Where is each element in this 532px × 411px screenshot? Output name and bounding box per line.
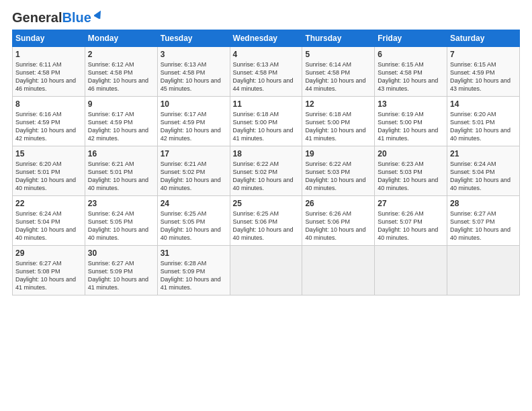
cell-info: Sunrise: 6:27 AMSunset: 5:07 PMDaylight:… [450,210,511,241]
calendar-cell: 9Sunrise: 6:17 AMSunset: 4:59 PMDaylight… [85,97,157,146]
cell-info: Sunrise: 6:21 AMSunset: 5:01 PMDaylight:… [88,161,148,191]
calendar-table: SundayMondayTuesdayWednesdayThursdayFrid… [12,30,520,295]
calendar-cell [302,246,375,295]
day-header-friday: Friday [375,30,447,47]
svg-marker-0 [94,9,103,19]
day-number: 1 [15,50,82,59]
calendar-cell: 8Sunrise: 6:16 AMSunset: 4:59 PMDaylight… [13,97,85,146]
calendar-body: 1Sunrise: 6:11 AMSunset: 4:58 PMDaylight… [13,47,520,295]
cell-info: Sunrise: 6:21 AMSunset: 5:02 PMDaylight:… [161,161,221,191]
calendar-cell: 11Sunrise: 6:18 AMSunset: 5:00 PMDayligh… [230,97,302,146]
day-number: 6 [378,50,444,59]
day-number: 27 [378,199,444,208]
cell-info: Sunrise: 6:15 AMSunset: 4:59 PMDaylight:… [450,61,511,92]
day-header-sunday: Sunday [13,30,85,47]
day-number: 31 [161,248,227,258]
calendar-cell: 2Sunrise: 6:12 AMSunset: 4:58 PMDaylight… [85,47,157,97]
calendar-cell: 19Sunrise: 6:22 AMSunset: 5:03 PMDayligh… [302,146,375,196]
day-number: 7 [450,50,517,59]
day-number: 21 [450,149,517,158]
cell-info: Sunrise: 6:11 AMSunset: 4:58 PMDaylight:… [15,61,76,92]
cell-info: Sunrise: 6:23 AMSunset: 5:03 PMDaylight:… [378,161,438,191]
day-number: 4 [233,50,300,59]
calendar-cell: 16Sunrise: 6:21 AMSunset: 5:01 PMDayligh… [85,146,157,196]
day-number: 16 [88,149,154,158]
calendar-cell: 6Sunrise: 6:15 AMSunset: 4:58 PMDaylight… [375,47,447,97]
calendar-cell: 12Sunrise: 6:18 AMSunset: 5:00 PMDayligh… [302,97,375,146]
calendar-cell: 7Sunrise: 6:15 AMSunset: 4:59 PMDaylight… [447,47,520,97]
calendar-cell: 5Sunrise: 6:14 AMSunset: 4:58 PMDaylight… [302,47,375,97]
cell-info: Sunrise: 6:13 AMSunset: 4:58 PMDaylight:… [161,61,221,92]
cell-info: Sunrise: 6:18 AMSunset: 5:00 PMDaylight:… [233,111,294,142]
calendar-header-row: SundayMondayTuesdayWednesdayThursdayFrid… [13,30,520,47]
day-header-wednesday: Wednesday [230,30,302,47]
calendar-cell: 24Sunrise: 6:25 AMSunset: 5:05 PMDayligh… [157,196,230,246]
calendar-cell: 13Sunrise: 6:19 AMSunset: 5:00 PMDayligh… [375,97,447,146]
cell-info: Sunrise: 6:12 AMSunset: 4:58 PMDaylight:… [88,61,148,92]
calendar-cell: 26Sunrise: 6:26 AMSunset: 5:06 PMDayligh… [302,196,375,246]
day-number: 3 [161,50,227,59]
calendar-cell: 21Sunrise: 6:24 AMSunset: 5:04 PMDayligh… [447,146,520,196]
cell-info: Sunrise: 6:25 AMSunset: 5:06 PMDaylight:… [233,210,294,241]
calendar-week-2: 8Sunrise: 6:16 AMSunset: 4:59 PMDaylight… [13,97,520,146]
cell-info: Sunrise: 6:20 AMSunset: 5:01 PMDaylight:… [450,111,511,142]
cell-info: Sunrise: 6:20 AMSunset: 5:01 PMDaylight:… [15,161,76,191]
day-header-tuesday: Tuesday [157,30,230,47]
calendar-cell: 28Sunrise: 6:27 AMSunset: 5:07 PMDayligh… [447,196,520,246]
cell-info: Sunrise: 6:24 AMSunset: 5:04 PMDaylight:… [15,210,76,241]
cell-info: Sunrise: 6:16 AMSunset: 4:59 PMDaylight:… [15,111,76,142]
day-number: 12 [305,99,371,109]
cell-info: Sunrise: 6:14 AMSunset: 4:58 PMDaylight:… [305,61,365,92]
calendar-cell [230,246,302,295]
day-number: 2 [88,50,154,59]
calendar-cell: 3Sunrise: 6:13 AMSunset: 4:58 PMDaylight… [157,47,230,97]
cell-info: Sunrise: 6:22 AMSunset: 5:02 PMDaylight:… [233,161,294,191]
logo-text: GeneralBlue [12,11,91,24]
day-number: 30 [88,248,154,258]
calendar-cell: 27Sunrise: 6:26 AMSunset: 5:07 PMDayligh… [375,196,447,246]
cell-info: Sunrise: 6:27 AMSunset: 5:08 PMDaylight:… [15,260,76,291]
calendar-cell: 17Sunrise: 6:21 AMSunset: 5:02 PMDayligh… [157,146,230,196]
calendar-cell: 15Sunrise: 6:20 AMSunset: 5:01 PMDayligh… [13,146,85,196]
day-number: 14 [450,99,517,109]
logo-arrow-icon [94,9,103,21]
day-number: 25 [233,199,300,208]
cell-info: Sunrise: 6:26 AMSunset: 5:07 PMDaylight:… [378,210,438,241]
logo: GeneralBlue [12,11,103,24]
header: GeneralBlue [12,11,520,24]
day-number: 18 [233,149,300,158]
day-number: 10 [161,99,227,109]
cell-info: Sunrise: 6:17 AMSunset: 4:59 PMDaylight:… [88,111,148,142]
calendar-week-1: 1Sunrise: 6:11 AMSunset: 4:58 PMDaylight… [13,47,520,97]
day-number: 23 [88,199,154,208]
cell-info: Sunrise: 6:24 AMSunset: 5:05 PMDaylight:… [88,210,148,241]
calendar-cell: 23Sunrise: 6:24 AMSunset: 5:05 PMDayligh… [85,196,157,246]
day-number: 28 [450,199,517,208]
day-number: 20 [378,149,444,158]
day-number: 24 [161,199,227,208]
day-number: 17 [161,149,227,158]
calendar-week-3: 15Sunrise: 6:20 AMSunset: 5:01 PMDayligh… [13,146,520,196]
day-number: 15 [15,149,82,158]
calendar-cell [375,246,447,295]
calendar-cell: 14Sunrise: 6:20 AMSunset: 5:01 PMDayligh… [447,97,520,146]
calendar-cell: 31Sunrise: 6:28 AMSunset: 5:09 PMDayligh… [157,246,230,295]
day-number: 26 [305,199,371,208]
cell-info: Sunrise: 6:17 AMSunset: 4:59 PMDaylight:… [161,111,221,142]
cell-info: Sunrise: 6:15 AMSunset: 4:58 PMDaylight:… [378,61,438,92]
calendar-cell: 22Sunrise: 6:24 AMSunset: 5:04 PMDayligh… [13,196,85,246]
calendar-week-5: 29Sunrise: 6:27 AMSunset: 5:08 PMDayligh… [13,246,520,295]
day-number: 11 [233,99,300,109]
calendar-cell: 29Sunrise: 6:27 AMSunset: 5:08 PMDayligh… [13,246,85,295]
cell-info: Sunrise: 6:19 AMSunset: 5:00 PMDaylight:… [378,111,438,142]
calendar-cell: 1Sunrise: 6:11 AMSunset: 4:58 PMDaylight… [13,47,85,97]
day-header-saturday: Saturday [447,30,520,47]
day-number: 5 [305,50,371,59]
day-header-thursday: Thursday [302,30,375,47]
cell-info: Sunrise: 6:26 AMSunset: 5:06 PMDaylight:… [305,210,365,241]
calendar-cell: 20Sunrise: 6:23 AMSunset: 5:03 PMDayligh… [375,146,447,196]
calendar-week-4: 22Sunrise: 6:24 AMSunset: 5:04 PMDayligh… [13,196,520,246]
calendar-cell: 4Sunrise: 6:13 AMSunset: 4:58 PMDaylight… [230,47,302,97]
day-header-monday: Monday [85,30,157,47]
day-number: 9 [88,99,154,109]
